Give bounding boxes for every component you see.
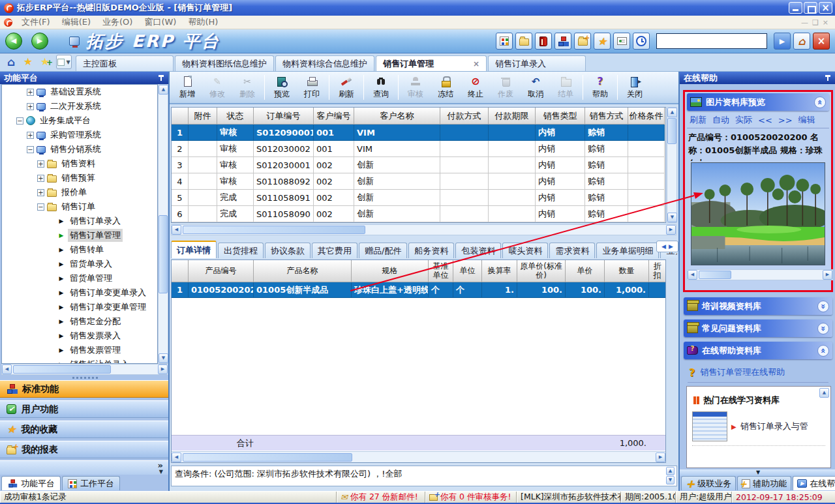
- detail-tab[interactable]: 协议条款: [265, 243, 311, 258]
- menu-item[interactable]: 业务(O): [102, 16, 132, 28]
- scroll-left-arrow[interactable]: ◀: [172, 452, 181, 462]
- home-tab-icon[interactable]: [4, 55, 18, 69]
- expander-icon[interactable]: +: [27, 89, 34, 96]
- tab-scroll-right-icon[interactable]: ▶: [669, 243, 673, 250]
- pin-icon[interactable]: [158, 75, 164, 82]
- mdi-restore-button[interactable]: ❑: [812, 18, 819, 27]
- action-button[interactable]: 修改: [202, 73, 232, 102]
- action-button[interactable]: 预览: [267, 73, 297, 102]
- expander-icon[interactable]: −: [16, 117, 23, 125]
- expander-icon[interactable]: −: [37, 203, 44, 211]
- column-header[interactable]: 规格: [352, 260, 429, 282]
- pin-icon[interactable]: [825, 75, 831, 82]
- favorites-button[interactable]: [594, 33, 611, 50]
- preview-link[interactable]: 编辑: [798, 114, 815, 126]
- scroll-left-arrow[interactable]: ◀: [172, 225, 181, 235]
- add-folder-button[interactable]: [574, 33, 591, 50]
- minimize-button[interactable]: [789, 2, 802, 14]
- sidebar-tab[interactable]: 工作平台: [62, 476, 120, 490]
- column-header[interactable]: 付款期限: [489, 108, 536, 125]
- go-button[interactable]: [774, 33, 791, 50]
- tab-close-icon[interactable]: ×: [473, 59, 479, 68]
- table-row[interactable]: 2审核S012030002001VIM内销赊销: [172, 141, 665, 157]
- table-row[interactable]: 1审核S012090001001VIM内销赊销: [172, 125, 665, 141]
- detail-tab[interactable]: 订单详情: [171, 241, 217, 258]
- detail-tab[interactable]: 唛头资料: [502, 243, 548, 258]
- tree-item[interactable]: +采购管理系统: [2, 128, 157, 142]
- scroll-up-arrow[interactable]: ▲: [667, 108, 677, 117]
- document-tab[interactable]: 销售订单管理×: [376, 55, 487, 71]
- preview-link[interactable]: 刷新: [690, 114, 706, 126]
- tree-item[interactable]: 销售发票管理: [2, 343, 157, 357]
- scroll-right-arrow[interactable]: ▶: [158, 364, 168, 374]
- column-header[interactable]: 销售方式: [585, 108, 628, 125]
- scroll-right-arrow[interactable]: ▶: [666, 225, 676, 235]
- detail-tab[interactable]: 其它费用: [312, 243, 357, 258]
- chevron-down-icon[interactable]: »: [817, 323, 829, 334]
- scroll-down-arrow[interactable]: ▼: [667, 213, 677, 222]
- clock-button[interactable]: [633, 33, 650, 50]
- scrollbar-thumb[interactable]: [183, 226, 365, 234]
- preview-link[interactable]: 实际: [735, 114, 752, 126]
- scrollbar-thumb[interactable]: [667, 118, 676, 144]
- action-button[interactable]: 关闭: [620, 73, 650, 102]
- sidebar-tab[interactable]: 功能平台: [1, 476, 61, 490]
- action-button[interactable]: 取消: [521, 73, 551, 102]
- tree-item[interactable]: +销售资料: [2, 156, 157, 171]
- detail-tab-scroll-buttons[interactable]: ◀ ▶: [656, 241, 678, 252]
- help-section-header[interactable]: 在线帮助资料库«: [684, 342, 832, 359]
- tutorial-thumbnail[interactable]: [692, 411, 727, 441]
- document-tab[interactable]: 主控面板: [76, 55, 174, 71]
- sidebar-group-button[interactable]: 我的收藏: [0, 421, 168, 438]
- tree-item[interactable]: +二次开发系统: [2, 99, 157, 113]
- column-header[interactable]: 原单价(标准价): [517, 260, 566, 282]
- panel-splitter[interactable]: ▼: [680, 469, 835, 476]
- help-section-header[interactable]: 常见问题资料库»: [684, 319, 832, 337]
- detail-tab[interactable]: 船务资料: [408, 243, 454, 258]
- tree-item[interactable]: −销售订单: [2, 200, 157, 214]
- preview-link[interactable]: 自动: [712, 114, 729, 126]
- column-header[interactable]: 附件: [189, 108, 217, 125]
- tree-item[interactable]: 销售订单管理: [2, 228, 157, 243]
- red-book-button[interactable]: [535, 33, 552, 50]
- tree-item[interactable]: 销售订单变更单管理: [2, 300, 157, 314]
- action-button[interactable]: 打印: [297, 73, 327, 102]
- scroll-up-arrow[interactable]: ▲: [159, 85, 168, 95]
- scroll-left-arrow[interactable]: ◀: [2, 364, 12, 374]
- scrollbar-thumb[interactable]: [159, 215, 168, 293]
- favorite-icon[interactable]: [21, 55, 35, 69]
- scrollbar-thumb[interactable]: [183, 453, 352, 462]
- column-header[interactable]: 换算率: [482, 260, 517, 282]
- tree-item[interactable]: −销售分销系统: [2, 142, 157, 156]
- hot-box-item[interactable]: ▶ 销售订单录入与管: [692, 411, 825, 446]
- scroll-up-arrow[interactable]: ▲: [819, 388, 829, 398]
- orders-vertical-scrollbar[interactable]: ▲ ▼: [667, 107, 677, 223]
- column-header[interactable]: 客户名称: [354, 108, 440, 125]
- audit-status[interactable]: 你有 0 件审核事务!: [425, 492, 517, 503]
- quick-search-input[interactable]: [656, 33, 767, 49]
- expander-icon[interactable]: +: [37, 175, 44, 182]
- tree-item[interactable]: 销售订单录入: [2, 214, 157, 228]
- chevron-up-icon[interactable]: «: [817, 345, 829, 357]
- help-panel-tab[interactable]: 级联业务: [681, 476, 736, 490]
- action-button[interactable]: 结单: [551, 73, 581, 102]
- expander-icon[interactable]: +: [37, 160, 44, 168]
- tab-scroll-left-icon[interactable]: ◀: [661, 243, 666, 250]
- tree-item[interactable]: 销售定金分配: [2, 314, 157, 329]
- sidebar-group-button[interactable]: 标准功能: [0, 380, 168, 398]
- tree-item[interactable]: 留货单录入: [2, 257, 157, 271]
- column-header[interactable]: 订单编号: [254, 108, 314, 125]
- mdi-minimize-button[interactable]: —: [801, 18, 808, 27]
- menu-item[interactable]: 编辑(E): [62, 16, 91, 28]
- document-tab[interactable]: 销售订单录入: [488, 55, 586, 71]
- tree-horizontal-scrollbar[interactable]: ◀ ▶: [1, 364, 168, 375]
- column-header[interactable]: 状态: [217, 108, 254, 125]
- column-header[interactable]: 单价: [566, 260, 605, 282]
- tree-item[interactable]: +报价单: [2, 185, 157, 200]
- contacts-button[interactable]: [613, 33, 630, 50]
- tutorial-link[interactable]: 销售订单录入与管: [740, 421, 808, 432]
- scroll-right-arrow[interactable]: ▶: [656, 452, 665, 462]
- scrollbar-thumb[interactable]: [699, 271, 731, 279]
- action-button[interactable]: 查询: [366, 73, 396, 102]
- table-row[interactable]: 4审核S011088092002创新内销赊销: [172, 173, 665, 190]
